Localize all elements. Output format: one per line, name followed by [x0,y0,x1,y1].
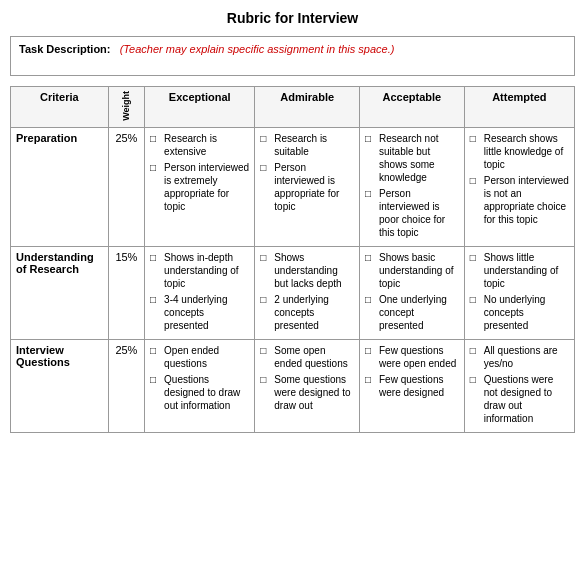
criteria-cell-0: Preparation [11,127,109,246]
list-item: Research not suitable but shows some kno… [365,132,459,184]
list-item: Few questions were designed [365,373,459,399]
list-item: 3-4 underlying concepts presented [150,293,249,332]
list-item: Some open ended questions [260,344,354,370]
list-item: Shows understanding but lacks depth [260,251,354,290]
list-item: Research is extensive [150,132,249,158]
attempted-cell-1: Shows little understanding of topicNo un… [464,246,574,339]
exceptional-cell-0: Research is extensivePerson interviewed … [145,127,255,246]
weight-cell-2: 25% [108,339,144,432]
header-acceptable: Acceptable [360,87,465,128]
page-title: Rubric for Interview [10,10,575,26]
list-item: One underlying concept presented [365,293,459,332]
list-item: Person interviewed is poor choice for th… [365,187,459,239]
header-attempted: Attempted [464,87,574,128]
list-item: Open ended questions [150,344,249,370]
list-item: Few questions were open ended [365,344,459,370]
weight-cell-0: 25% [108,127,144,246]
list-item: 2 underlying concepts presented [260,293,354,332]
task-description-box: Task Description: (Teacher may explain s… [10,36,575,76]
acceptable-cell-0: Research not suitable but shows some kno… [360,127,465,246]
list-item: Person interviewed is appropriate for to… [260,161,354,213]
task-value: (Teacher may explain specific assignment… [120,43,395,55]
acceptable-cell-2: Few questions were open endedFew questio… [360,339,465,432]
admirable-cell-0: Research is suitablePerson interviewed i… [255,127,360,246]
criteria-cell-2: Interview Questions [11,339,109,432]
criteria-cell-1: Understanding of Research [11,246,109,339]
acceptable-cell-1: Shows basic understanding of topicOne un… [360,246,465,339]
list-item: Research is suitable [260,132,354,158]
header-criteria: Criteria [11,87,109,128]
attempted-cell-0: Research shows little knowledge of topic… [464,127,574,246]
list-item: Research shows little knowledge of topic [470,132,569,171]
list-item: Person interviewed is not an appropriate… [470,174,569,226]
header-admirable: Admirable [255,87,360,128]
list-item: Shows basic understanding of topic [365,251,459,290]
list-item: All questions are yes/no [470,344,569,370]
admirable-cell-1: Shows understanding but lacks depth2 und… [255,246,360,339]
attempted-cell-2: All questions are yes/noQuestions were n… [464,339,574,432]
rubric-table: Criteria Weight Exceptional Admirable Ac… [10,86,575,433]
list-item: Shows little understanding of topic [470,251,569,290]
list-item: Person interviewed is extremely appropri… [150,161,249,213]
list-item: Questions were not designed to draw out … [470,373,569,425]
exceptional-cell-1: Shows in-depth understanding of topic3-4… [145,246,255,339]
list-item: Some questions were designed to draw out [260,373,354,412]
list-item: Shows in-depth understanding of topic [150,251,249,290]
task-label: Task Description: [19,43,111,55]
exceptional-cell-2: Open ended questionsQuestions designed t… [145,339,255,432]
weight-cell-1: 15% [108,246,144,339]
admirable-cell-2: Some open ended questionsSome questions … [255,339,360,432]
header-exceptional: Exceptional [145,87,255,128]
header-weight: Weight [108,87,144,128]
list-item: No underlying concepts presented [470,293,569,332]
list-item: Questions designed to draw out informati… [150,373,249,412]
